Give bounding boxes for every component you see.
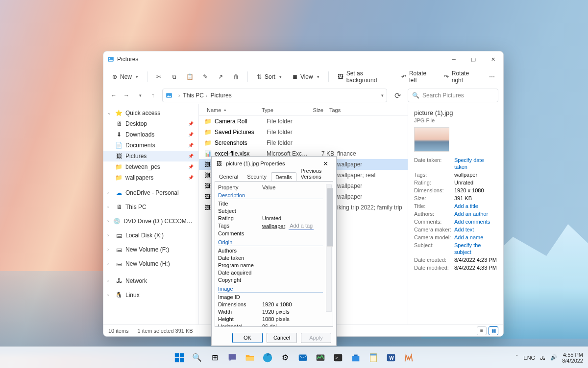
copy-button[interactable]: ⧉ [168,70,181,84]
sort-button[interactable]: ⇅Sort▾ [253,71,286,82]
linux-item[interactable]: ›🐧Linux [103,289,198,300]
sidebar-item-between-pcs[interactable]: 📁between_pcs📌 [103,161,198,172]
tab-previous-versions[interactable]: Previous Versions [296,166,333,181]
property-row[interactable]: Subject [218,207,323,215]
chat-button[interactable] [225,350,240,365]
volume-icon[interactable]: 🔊 [550,354,557,361]
property-row[interactable]: Comments [218,230,323,237]
detail-field[interactable]: Camera maker:Add text [414,226,497,233]
set-background-button[interactable]: 🖼Set as background [334,68,394,86]
property-row[interactable]: Tagswallpaper;Add a tag [218,222,323,230]
app-button[interactable] [401,350,416,365]
file-row[interactable]: 📁Camera RollFile folder [199,116,408,127]
terminal-button[interactable]: >_ [331,350,345,365]
property-row[interactable]: Horizontal resolution96 dpi [218,323,323,327]
tag-chip[interactable]: wallpaper; [262,223,287,230]
property-row[interactable]: Date acquired [218,269,323,276]
file-explorer-button[interactable] [243,350,257,365]
thumbnails-view-button[interactable]: ▦ [489,326,498,335]
dialog-scrollbar[interactable] [326,184,332,312]
property-row[interactable]: Date taken [218,254,323,262]
search-button[interactable]: 🔍 [190,350,204,365]
tab-security[interactable]: Security [243,172,271,181]
detail-field[interactable]: Title:Add a title [414,203,497,209]
cut-button[interactable]: ✂ [152,70,165,84]
property-row[interactable]: RatingUnrated [218,215,323,222]
detail-field[interactable]: Camera model:Add a name [414,234,497,241]
ok-button[interactable]: OK [232,333,263,343]
property-row[interactable]: Copyright [218,276,323,284]
property-row[interactable]: Title [218,200,323,207]
store-button[interactable] [348,350,363,365]
breadcrumb-pictures[interactable]: Pictures [210,92,231,99]
sidebar-item-documents[interactable]: 📄Documents📌 [103,140,198,151]
forward-button[interactable]: → [121,90,132,101]
details-view-button[interactable]: ≡ [477,326,487,335]
this-pc-item[interactable]: ›🖥This PC [103,201,198,212]
close-button[interactable]: ✕ [487,53,499,66]
refresh-button[interactable]: ⟳ [391,89,404,102]
tray-chevron[interactable]: ˄ [515,354,518,361]
up-button[interactable]: ↑ [147,90,158,101]
edge-button[interactable] [260,350,275,365]
address-bar[interactable]: › This PC› Pictures ▾ [162,89,387,102]
file-row[interactable]: 📁ScreenshotsFile folder [199,138,408,148]
detail-field[interactable]: Comments:Add comments [414,218,497,225]
recent-button[interactable]: ▾ [135,90,146,101]
titlebar[interactable]: Pictures ─ ▢ ✕ [103,51,503,67]
add-tag-input[interactable]: Add a tag [289,222,314,230]
network-item[interactable]: ›🖧Network [103,275,198,286]
back-button[interactable]: ← [108,90,119,101]
network-icon: 🖧 [115,277,122,284]
drive-item[interactable]: ›🖴New Volume (H:) [103,258,198,269]
sidebar-item-pictures[interactable]: 🖼Pictures📌 [103,151,198,161]
word-button[interactable]: W [384,350,398,365]
more-button[interactable]: ⋯ [486,70,498,84]
breadcrumb-this-pc[interactable]: This PC› [183,92,207,99]
taskmgr-button[interactable] [313,350,328,365]
quick-access-header[interactable]: ⌄⭐Quick access [103,107,198,118]
property-row[interactable]: Program name [218,262,323,269]
search-input[interactable]: 🔍 Search Pictures [408,89,498,102]
sidebar-item-wallpapers[interactable]: 📁wallpapers📌 [103,172,198,183]
clock[interactable]: 4:55 PM 8/4/2022 [562,352,583,364]
dvd-drive-item[interactable]: ›💿DVD Drive (D:) CCCOMA_X64FRE_EN-US [103,215,198,227]
settings-button[interactable]: ⚙ [278,350,293,365]
detail-field[interactable]: Subject:Specify the subject [414,242,497,255]
start-button[interactable] [172,350,187,365]
minimize-button[interactable]: ─ [447,53,460,66]
delete-button[interactable]: 🗑 [230,70,243,84]
paste-button[interactable]: 📋 [183,70,196,84]
apply-button[interactable]: Apply [301,333,331,343]
share-button[interactable]: ↗ [215,70,227,84]
detail-field[interactable]: Date taken:Specify date taken [414,157,497,170]
rename-button[interactable]: ✎ [199,70,212,84]
rotate-left-button[interactable]: ↶Rotate left [397,68,437,86]
column-headers[interactable]: Name▲ Type Size Tags [199,104,408,116]
language-indicator[interactable]: ENG [523,355,535,361]
property-row[interactable]: Width1920 pixels [218,308,323,316]
chevron-down-icon[interactable]: ▾ [381,93,384,98]
network-icon[interactable]: 🖧 [540,355,545,361]
property-row[interactable]: Dimensions1920 x 1080 [218,301,323,308]
file-row[interactable]: 📁Saved PicturesFile folder [199,127,408,138]
view-button[interactable]: ≣View▾ [289,71,323,82]
property-row[interactable]: Image ID [218,294,323,301]
tab-details[interactable]: Details [271,172,296,182]
drive-item[interactable]: ›🖴New Volume (F:) [103,244,198,255]
rotate-right-button[interactable]: ↷Rotate right [440,68,483,86]
property-row[interactable]: Authors [218,247,323,254]
maximize-button[interactable]: ▢ [467,53,480,66]
drive-item[interactable]: ›🖴Local Disk (X:) [103,230,198,241]
tab-general[interactable]: General [215,172,243,181]
cancel-button[interactable]: Cancel [267,333,297,343]
property-row[interactable]: Height1080 pixels [218,316,323,323]
detail-field[interactable]: Authors:Add an author [414,210,497,217]
onedrive-item[interactable]: ›☁OneDrive - Personal [103,187,198,198]
mail-button[interactable] [295,350,310,365]
sidebar-item-downloads[interactable]: ⬇Downloads📌 [103,129,198,140]
new-button[interactable]: ⊕ New ▾ [108,71,142,82]
task-view-button[interactable]: ⊞ [207,350,222,365]
notepad-button[interactable] [366,350,381,365]
sidebar-item-desktop[interactable]: 🖥Desktop📌 [103,118,198,129]
